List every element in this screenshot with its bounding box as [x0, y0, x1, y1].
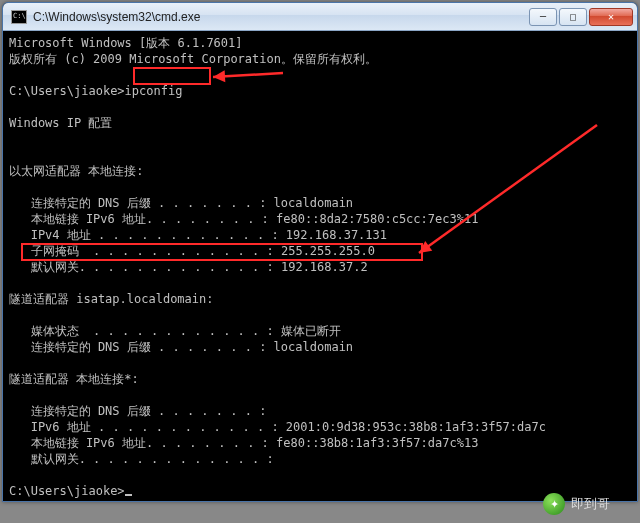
- svg-line-2: [419, 125, 597, 253]
- row-label: 连接特定的 DNS 后缀 . . . . . . . :: [9, 404, 266, 418]
- cursor: [125, 494, 132, 496]
- row-label: IPv4 地址 . . . . . . . . . . . . :: [9, 228, 279, 242]
- adapter3-title: 隧道适配器 本地连接*:: [9, 372, 139, 386]
- row-value-ipv4: 192.168.37.131: [279, 228, 387, 242]
- row-value: localdomain: [266, 340, 353, 354]
- heading-ipconfig: Windows IP 配置: [9, 116, 112, 130]
- watermark: ✦ 即到哥: [543, 493, 610, 515]
- adapter1-title: 以太网适配器 本地连接:: [9, 164, 143, 178]
- row-value: fe80::8da2:7580:c5cc:7ec3%11: [269, 212, 479, 226]
- row-value: 192.168.37.2: [274, 260, 368, 274]
- close-button[interactable]: ✕: [589, 8, 633, 26]
- row-label: 本地链接 IPv6 地址. . . . . . . . :: [9, 212, 269, 226]
- window-controls: ─ □ ✕: [529, 8, 633, 26]
- row-value: 媒体已断开: [274, 324, 341, 338]
- svg-marker-3: [419, 241, 432, 253]
- svg-line-0: [213, 73, 283, 77]
- maximize-button[interactable]: □: [559, 8, 587, 26]
- titlebar[interactable]: C:\Windows\system32\cmd.exe ─ □ ✕: [3, 3, 637, 31]
- row-value: 2001:0:9d38:953c:38b8:1af3:3f57:da7c: [279, 420, 546, 434]
- row-label: IPv6 地址 . . . . . . . . . . . . :: [9, 420, 279, 434]
- row-label: 媒体状态 . . . . . . . . . . . . :: [9, 324, 274, 338]
- row-label: 连接特定的 DNS 后缀 . . . . . . . :: [9, 196, 266, 210]
- svg-marker-1: [213, 70, 225, 82]
- row-label: 子网掩码 . . . . . . . . . . . . :: [9, 244, 274, 258]
- prompt-path: C:\Users\jiaoke>: [9, 84, 125, 98]
- cmd-icon: [11, 10, 27, 24]
- wechat-icon: ✦: [543, 493, 565, 515]
- prompt-path: C:\Users\jiaoke>: [9, 484, 125, 498]
- version-line: Microsoft Windows [版本 6.1.7601]: [9, 36, 243, 50]
- minimize-button[interactable]: ─: [529, 8, 557, 26]
- cmd-window: C:\Windows\system32\cmd.exe ─ □ ✕ Micros…: [2, 2, 638, 502]
- row-label: 默认网关. . . . . . . . . . . . . :: [9, 452, 274, 466]
- window-title: C:\Windows\system32\cmd.exe: [33, 10, 529, 24]
- row-value: fe80::38b8:1af3:3f57:da7c%13: [269, 436, 479, 450]
- row-label: 连接特定的 DNS 后缀 . . . . . . . :: [9, 340, 266, 354]
- command-ipconfig: ipconfig: [125, 84, 183, 98]
- annotation-box-command: [133, 67, 211, 85]
- row-label: 本地链接 IPv6 地址. . . . . . . . :: [9, 436, 269, 450]
- terminal-output[interactable]: Microsoft Windows [版本 6.1.7601] 版权所有 (c)…: [3, 31, 637, 501]
- watermark-text: 即到哥: [571, 495, 610, 513]
- adapter2-title: 隧道适配器 isatap.localdomain:: [9, 292, 214, 306]
- row-value: 255.255.255.0: [274, 244, 375, 258]
- row-label: 默认网关. . . . . . . . . . . . . :: [9, 260, 274, 274]
- row-value: localdomain: [266, 196, 353, 210]
- copyright-line: 版权所有 (c) 2009 Microsoft Corporation。保留所有…: [9, 52, 377, 66]
